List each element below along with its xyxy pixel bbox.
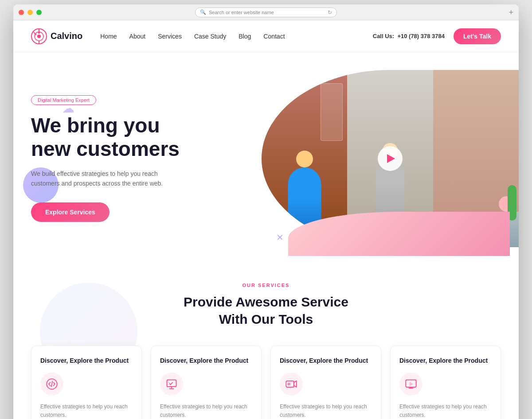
hero-section: ☁ ✕ Digital Marketing Expert We bring yo… [13,52,519,256]
mac-titlebar: 🔍 Search or enter website name ↻ + [13,4,519,20]
code-icon [46,378,58,390]
play-icon [387,154,395,163]
svg-point-5 [38,32,40,34]
play-button[interactable] [378,146,403,171]
nav-right: Call Us: +10 (78) 378 3784 Let's Talk [373,28,501,44]
service-card-3: Discover, Explore the Product Effective … [270,345,381,419]
services-section: OUR SERVICES Provide Awesome Service Wit… [13,256,519,419]
service-card-1: Discover, Explore the Product Effective … [31,345,142,419]
logo-text: Calvino [51,31,82,41]
service-card-4: Discover, Explore the Product Effective … [390,345,501,419]
nav-link-blog[interactable]: Blog [239,33,251,40]
service-card-1-title: Discover, Explore the Product [40,357,133,365]
nav-item-about[interactable]: About [129,32,146,40]
hero-subtitle: We build effective strategies to help yo… [31,169,173,189]
nav-links: Home About Services Case Study Blog Cont… [100,32,285,40]
service-card-3-desc: Effective strategies to help you reach c… [280,403,372,419]
hero-badge: Digital Marketing Expert [31,95,96,105]
website-content: Calvino Home About Services Case Study B… [13,20,519,419]
service-card-2: Discover, Explore the Product Effective … [151,345,262,419]
nav-link-contact[interactable]: Contact [263,33,285,40]
nav-item-home[interactable]: Home [100,32,117,40]
nav-link-services[interactable]: Services [158,33,182,40]
service-icon-wrap-3 [280,372,303,396]
service-card-2-title: Discover, Explore the Product [160,357,252,365]
call-label: Call Us: [373,33,394,39]
service-card-1-desc: Effective strategies to help you reach c… [40,403,133,419]
service-card-3-title: Discover, Explore the Product [280,357,372,365]
refresh-icon[interactable]: ↻ [328,9,332,16]
new-tab-button[interactable]: + [509,8,513,16]
hero-title: We bring you new customers [31,114,243,161]
svg-point-2 [37,35,41,38]
hero-title-line2: new customers [31,137,180,160]
services-header: OUR SERVICES Provide Awesome Service Wit… [31,283,501,328]
nav-link-home[interactable]: Home [100,33,117,40]
lets-talk-button[interactable]: Let's Talk [454,28,501,44]
services-section-label: OUR SERVICES [31,283,501,288]
search-icon: 🔍 [200,9,206,15]
mac-maximize-button[interactable] [36,10,42,15]
nav-item-services[interactable]: Services [158,32,182,40]
hero-right [243,79,501,238]
service-card-4-title: Discover, Explore the Product [399,357,492,365]
address-bar[interactable]: 🔍 Search or enter website name ↻ [195,8,337,17]
monitor-icon [165,378,178,390]
mac-minimize-button[interactable] [27,10,33,15]
logo-icon [31,28,47,44]
services-title: Provide Awesome Service With Our Tools [31,293,501,328]
video-icon [285,378,297,390]
call-number: +10 (78) 378 3784 [397,33,445,39]
service-icon-wrap-2 [160,372,183,396]
address-bar-text: Search or enter website name [209,10,274,15]
hero-title-line1: We bring you [31,114,160,137]
hero-left: Digital Marketing Expert We bring you ne… [31,95,243,222]
mac-close-button[interactable] [19,10,24,15]
service-icon-wrap-4 [399,372,422,396]
nav-link-casestudy[interactable]: Case Study [194,33,226,40]
navbar: Calvino Home About Services Case Study B… [13,20,519,52]
service-card-4-desc: Effective strategies to help you reach c… [399,403,492,419]
service-icon-wrap-1 [40,372,63,396]
services-title-line1: Provide Awesome Service [184,295,348,309]
nav-link-about[interactable]: About [129,33,146,40]
logo[interactable]: Calvino [31,28,82,44]
nav-item-casestudy[interactable]: Case Study [194,32,226,40]
service-card-2-desc: Effective strategies to help you reach c… [160,403,252,419]
play-screen-icon [405,378,417,390]
mac-window: 🔍 Search or enter website name ↻ + Cal [13,4,519,419]
call-us: Call Us: +10 (78) 378 3784 [373,33,445,39]
services-cards: Discover, Explore the Product Effective … [31,345,501,419]
services-title-line2: With Our Tools [219,312,313,326]
nav-item-blog[interactable]: Blog [239,32,251,40]
nav-item-contact[interactable]: Contact [263,32,285,40]
explore-services-button[interactable]: Explore Services [31,202,110,222]
